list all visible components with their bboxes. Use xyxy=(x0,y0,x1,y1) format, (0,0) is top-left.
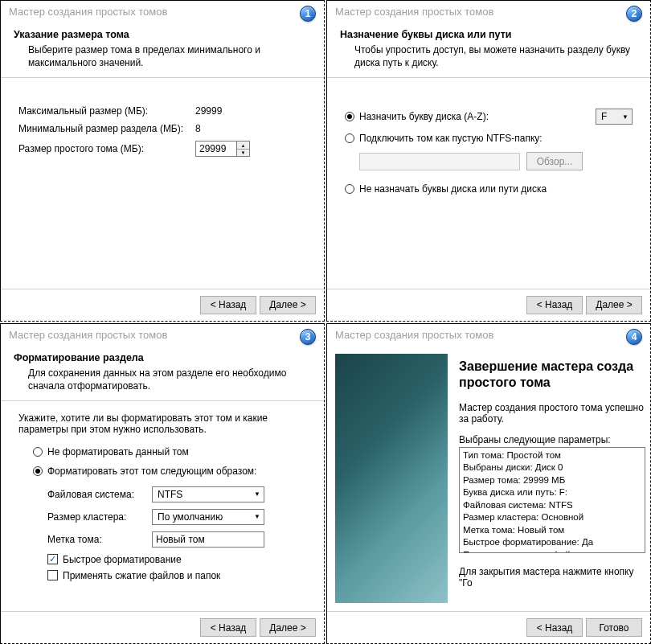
finish-button[interactable]: Готово xyxy=(586,618,642,637)
chevron-down-icon: ▼ xyxy=(254,513,260,520)
back-button[interactable]: < Назад xyxy=(526,296,583,314)
step-header: Указание размера тома Выберите размер то… xyxy=(1,23,324,78)
cluster-select[interactable]: По умолчанию ▼ xyxy=(152,509,264,525)
summary-list: Тип тома: Простой том Выбраны диски: Дис… xyxy=(459,447,645,553)
step-header: Назначение буквы диска или пути Чтобы уп… xyxy=(327,23,650,78)
volume-size-input[interactable] xyxy=(196,142,236,156)
close-hint: Для закрытия мастера нажмите кнопку "Го xyxy=(459,566,645,589)
next-button[interactable]: Далее > xyxy=(260,296,316,314)
summary-line: Тип тома: Простой том xyxy=(463,449,641,462)
window-title: Мастер создания простых томов xyxy=(327,1,650,23)
step-content: Назначить букву диска (A-Z): F ▼ Подключ… xyxy=(327,78,650,288)
step-badge-1: 1 xyxy=(300,6,316,22)
summary-line: Буква диска или путь: F: xyxy=(463,486,641,499)
volume-size-row: Размер простого тома (МБ): ▲ ▼ xyxy=(18,141,306,157)
step-title: Форматирование раздела xyxy=(14,352,311,363)
compression-checkbox[interactable] xyxy=(47,570,58,580)
wizard-step-size: 1 Мастер создания простых томов Указание… xyxy=(0,0,325,322)
cluster-label: Размер кластера: xyxy=(47,511,152,523)
step-desc: Выберите размер тома в пределах минималь… xyxy=(28,43,311,69)
mount-folder-option[interactable]: Подключить том как пустую NTFS-папку: xyxy=(345,133,633,144)
step-content: Укажите, хотите ли вы форматировать этот… xyxy=(1,401,324,611)
max-size-value: 29999 xyxy=(195,105,222,117)
spinner-down-icon[interactable]: ▼ xyxy=(237,150,249,157)
step-desc: Для сохранения данных на этом разделе ег… xyxy=(28,367,311,392)
window-title: Мастер создания простых томов xyxy=(1,1,324,23)
summary-line: Файловая система: NTFS xyxy=(463,499,641,512)
wizard-footer: < Назад Далее > xyxy=(1,611,324,643)
summary-line: Выбраны диски: Диск 0 xyxy=(463,461,641,474)
drive-letter-select[interactable]: F ▼ xyxy=(596,109,633,125)
wizard-step-complete: 4 Мастер создания простых томов Завершен… xyxy=(326,323,651,645)
back-button[interactable]: < Назад xyxy=(200,296,256,314)
back-button[interactable]: < Назад xyxy=(526,618,583,637)
step-content: Максимальный размер (МБ): 29999 Минималь… xyxy=(1,78,324,288)
summary-line: Метка тома: Новый том xyxy=(463,524,641,537)
volume-label-label: Метка тома: xyxy=(47,534,152,545)
max-size-row: Максимальный размер (МБ): 29999 xyxy=(18,105,306,117)
wizard-banner-image xyxy=(335,354,448,604)
params-lead: Выбраны следующие параметры: xyxy=(459,434,645,445)
volume-size-label: Размер простого тома (МБ): xyxy=(18,143,195,154)
max-size-label: Максимальный размер (МБ): xyxy=(18,105,195,117)
back-button[interactable]: < Назад xyxy=(200,618,256,637)
chevron-down-icon: ▼ xyxy=(254,490,260,498)
step-badge-3: 3 xyxy=(300,329,316,345)
no-assign-label: Не назначать буквы диска или пути диска xyxy=(359,183,547,195)
radio-assign-letter[interactable] xyxy=(345,112,354,121)
quick-format-checkbox[interactable] xyxy=(47,554,58,564)
wizard-step-drive-letter: 2 Мастер создания простых томов Назначен… xyxy=(326,0,651,322)
completion-title: Завершение мастера созда простого тома xyxy=(459,359,645,391)
min-size-row: Минимальный размер раздела (МБ): 8 xyxy=(18,123,306,134)
wizard-footer: < Назад Далее > xyxy=(327,289,650,321)
step-badge-4: 4 xyxy=(626,329,642,345)
volume-size-spinner[interactable]: ▲ ▼ xyxy=(195,141,250,157)
filesystem-value: NTFS xyxy=(158,489,182,500)
format-label: Форматировать этот том следующим образом… xyxy=(47,466,256,477)
step-badge-2: 2 xyxy=(626,6,642,22)
browse-button: Обзор... xyxy=(526,152,583,170)
spinner-up-icon[interactable]: ▲ xyxy=(237,142,249,150)
radio-no-assign[interactable] xyxy=(345,184,354,194)
next-button[interactable]: Далее > xyxy=(586,296,642,314)
completion-text: Мастер создания простого тома успешно за… xyxy=(459,402,645,425)
cluster-value: По умолчанию xyxy=(158,511,223,523)
radio-mount-folder[interactable] xyxy=(345,133,354,143)
no-format-label: Не форматировать данный том xyxy=(47,446,189,457)
min-size-value: 8 xyxy=(195,123,201,134)
radio-format[interactable] xyxy=(33,466,43,476)
chevron-down-icon: ▼ xyxy=(622,113,628,121)
window-title: Мастер создания простых томов xyxy=(1,324,324,346)
summary-line: Размер кластера: Основной xyxy=(463,511,641,524)
filesystem-select[interactable]: NTFS ▼ xyxy=(152,486,264,502)
step-header: Форматирование раздела Для сохранения да… xyxy=(1,346,324,401)
assign-letter-label: Назначить букву диска (A-Z): xyxy=(359,111,591,122)
step-content: Завершение мастера созда простого тома М… xyxy=(327,346,650,612)
summary-line: Применение сжатия файлов и папок: Нет xyxy=(463,549,641,553)
assign-letter-option[interactable]: Назначить букву диска (A-Z): F ▼ xyxy=(345,109,633,125)
mount-path-input xyxy=(359,153,520,170)
quick-format-label: Быстрое форматирование xyxy=(63,554,182,565)
min-size-label: Минимальный размер раздела (МБ): xyxy=(18,123,195,134)
window-title: Мастер создания простых томов xyxy=(327,324,650,346)
compression-label: Применять сжатие файлов и папок xyxy=(63,570,220,581)
next-button[interactable]: Далее > xyxy=(260,618,316,637)
wizard-step-format: 3 Мастер создания простых томов Форматир… xyxy=(0,323,325,645)
drive-letter-value: F xyxy=(601,111,609,122)
format-option[interactable]: Форматировать этот том следующим образом… xyxy=(33,466,306,477)
step-desc: Чтобы упростить доступ, вы можете назнач… xyxy=(354,43,637,69)
no-format-option[interactable]: Не форматировать данный том xyxy=(33,446,306,457)
radio-no-format[interactable] xyxy=(33,447,43,457)
wizard-footer: < Назад Далее > xyxy=(1,289,324,321)
volume-label-input[interactable] xyxy=(152,531,264,548)
step-title: Указание размера тома xyxy=(14,29,311,40)
format-lead-text: Укажите, хотите ли вы форматировать этот… xyxy=(18,412,306,435)
step-title: Назначение буквы диска или пути xyxy=(340,29,637,40)
summary-line: Быстрое форматирование: Да xyxy=(463,536,641,549)
wizard-footer: < Назад Готово xyxy=(327,611,650,643)
filesystem-label: Файловая система: xyxy=(47,489,152,500)
summary-line: Размер тома: 29999 МБ xyxy=(463,474,641,487)
mount-folder-label: Подключить том как пустую NTFS-папку: xyxy=(359,133,542,144)
no-assign-option[interactable]: Не назначать буквы диска или пути диска xyxy=(345,183,633,195)
